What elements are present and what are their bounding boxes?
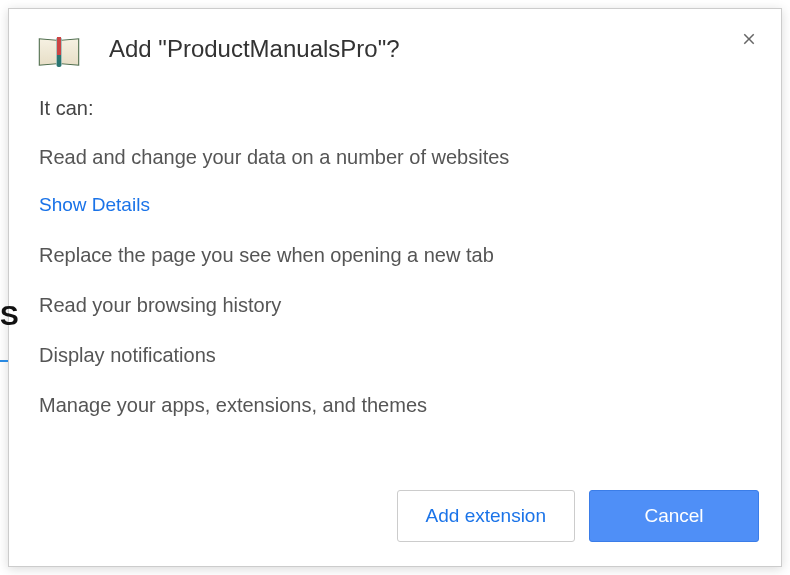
dialog-body: It can: Read and change your data on a n… <box>9 77 781 480</box>
close-icon <box>740 30 758 48</box>
permission-item: Display notifications <box>39 342 751 368</box>
permission-item: Read and change your data on a number of… <box>39 144 751 170</box>
close-button[interactable] <box>737 27 761 51</box>
extension-install-dialog: Add "ProductManualsPro"? It can: Read an… <box>8 8 782 567</box>
show-details-link[interactable]: Show Details <box>39 194 150 216</box>
permissions-intro: It can: <box>39 97 751 120</box>
permission-item: Replace the page you see when opening a … <box>39 242 751 268</box>
cancel-button[interactable]: Cancel <box>589 490 759 542</box>
extension-book-icon <box>39 37 79 67</box>
background-fragment-line <box>0 360 8 362</box>
dialog-header: Add "ProductManualsPro"? <box>9 9 781 77</box>
dialog-footer: Add extension Cancel <box>9 480 781 566</box>
background-fragment: S <box>0 300 19 332</box>
dialog-title: Add "ProductManualsPro"? <box>109 35 400 63</box>
permission-item: Manage your apps, extensions, and themes <box>39 392 751 418</box>
add-extension-button[interactable]: Add extension <box>397 490 575 542</box>
permission-item: Read your browsing history <box>39 292 751 318</box>
